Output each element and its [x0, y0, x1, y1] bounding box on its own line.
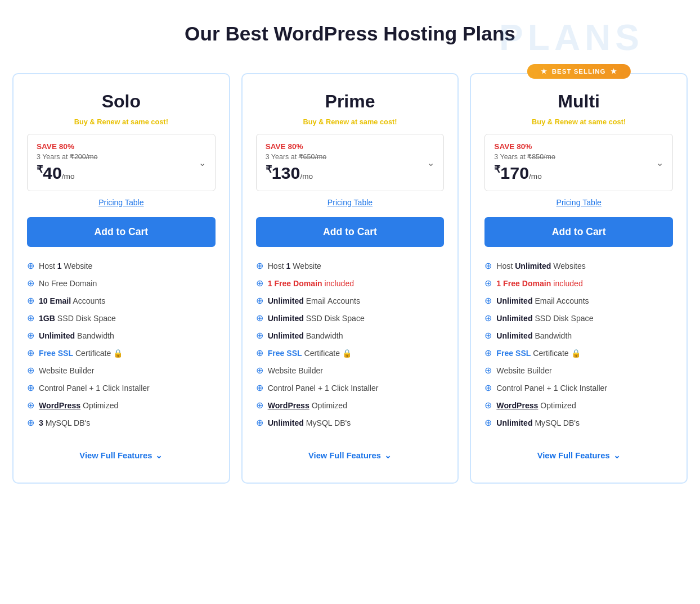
feature-item: ⊕ No Free Domain [27, 278, 216, 289]
feature-check-icon: ⊕ [27, 260, 34, 271]
feature-check-icon: ⊕ [484, 260, 492, 271]
pricing-table-link[interactable]: Pricing Table [484, 198, 673, 207]
plans-grid: Solo Buy & Renew at same cost! SAVE 80% … [12, 73, 688, 484]
view-full-features-button[interactable]: View Full Features ⌄ [484, 445, 673, 466]
feature-check-icon: ⊕ [256, 348, 263, 358]
feature-item: ⊕ 1GB SSD Disk Space [27, 313, 216, 323]
price-box: SAVE 80% 3 Years at ₹650/mo ₹130/mo ⌄ [256, 134, 445, 191]
feature-check-icon: ⊕ [484, 278, 492, 289]
view-full-features-button[interactable]: View Full Features ⌄ [27, 445, 216, 466]
feature-domain-link[interactable]: 1 Free Domain [496, 279, 551, 288]
feature-check-icon: ⊕ [27, 348, 34, 358]
plan-name: Solo [27, 91, 216, 112]
feature-item: ⊕ Unlimited SSD Disk Space [256, 313, 445, 323]
feature-check-icon: ⊕ [256, 365, 263, 376]
feature-item: ⊕ Unlimited Email Accounts [256, 295, 445, 306]
view-full-features-button[interactable]: View Full Features ⌄ [256, 445, 445, 466]
add-to-cart-button[interactable]: Add to Cart [27, 217, 216, 247]
original-price: 3 Years at ₹850/mo [494, 152, 656, 161]
original-price: 3 Years at ₹650/mo [266, 152, 428, 161]
feature-check-icon: ⊕ [484, 417, 492, 428]
add-to-cart-button[interactable]: Add to Cart [256, 217, 445, 247]
feature-check-icon: ⊕ [256, 400, 263, 411]
feature-check-icon: ⊕ [484, 365, 492, 376]
feature-check-icon: ⊕ [256, 313, 263, 323]
current-price: ₹170/mo [494, 163, 656, 183]
feature-check-icon: ⊕ [27, 278, 34, 289]
original-price: 3 Years at ₹200/mo [37, 152, 199, 161]
feature-item: ⊕ Website Builder [484, 365, 673, 376]
chevron-down-icon: ⌄ [155, 450, 163, 460]
feature-check-icon: ⊕ [256, 278, 263, 289]
dropdown-arrow-icon[interactable]: ⌄ [199, 157, 206, 168]
feature-check-icon: ⊕ [256, 330, 263, 341]
features-list: ⊕ Host 1 Website ⊕ 1 Free Domain include… [256, 260, 445, 428]
feature-wp-label: WordPress [268, 401, 309, 410]
feature-check-icon: ⊕ [27, 313, 34, 323]
feature-item: ⊕ WordPress Optimized [256, 400, 445, 411]
price-box: SAVE 80% 3 Years at ₹850/mo ₹170/mo ⌄ [484, 134, 673, 191]
feature-check-icon: ⊕ [27, 330, 34, 341]
feature-check-icon: ⊕ [27, 295, 34, 306]
current-price: ₹40/mo [37, 163, 199, 183]
feature-check-icon: ⊕ [27, 365, 34, 376]
best-selling-badge: ★ BEST SELLING ★ [527, 64, 631, 79]
plan-card-solo: Solo Buy & Renew at same cost! SAVE 80% … [12, 73, 230, 484]
feature-check-icon: ⊕ [484, 330, 492, 341]
feature-item: ⊕ 1 Free Domain included [484, 278, 673, 289]
feature-item: ⊕ Website Builder [256, 365, 445, 376]
add-to-cart-button[interactable]: Add to Cart [484, 217, 673, 247]
renew-note: Buy & Renew at same cost! [256, 118, 445, 126]
feature-check-icon: ⊕ [256, 295, 263, 306]
pricing-table-link[interactable]: Pricing Table [27, 198, 216, 207]
dropdown-arrow-icon[interactable]: ⌄ [427, 157, 434, 168]
feature-check-icon: ⊕ [256, 417, 263, 428]
feature-item: ⊕ Unlimited SSD Disk Space [484, 313, 673, 323]
feature-item: ⊕ Free SSL Certificate 🔒 [484, 348, 673, 358]
feature-item: ⊕ Host 1 Website [256, 260, 445, 271]
view-features-label: View Full Features [79, 451, 152, 460]
feature-item: ⊕ WordPress Optimized [27, 400, 216, 411]
plan-name: Prime [256, 91, 445, 112]
feature-check-icon: ⊕ [27, 382, 34, 393]
renew-note: Buy & Renew at same cost! [484, 118, 673, 126]
feature-check-icon: ⊕ [484, 348, 492, 358]
feature-check-icon: ⊕ [27, 417, 34, 428]
plan-card-multi: ★ BEST SELLING ★ Multi Buy & Renew at sa… [470, 73, 688, 484]
save-label: SAVE 80% [37, 142, 199, 151]
feature-item: ⊕ 1 Free Domain included [256, 278, 445, 289]
plan-name: Multi [484, 91, 673, 112]
feature-check-icon: ⊕ [256, 382, 263, 393]
view-features-label: View Full Features [308, 451, 381, 460]
feature-check-icon: ⊕ [484, 313, 492, 323]
feature-ssl-label: Free SSL [496, 349, 531, 358]
feature-item: ⊕ Control Panel + 1 Click Installer [256, 382, 445, 393]
chevron-down-icon: ⌄ [613, 450, 621, 460]
feature-check-icon: ⊕ [27, 400, 34, 411]
feature-item: ⊕ Free SSL Certificate 🔒 [27, 348, 216, 358]
feature-item: ⊕ Unlimited MySQL DB's [256, 417, 445, 428]
save-label: SAVE 80% [494, 142, 656, 151]
feature-check-icon: ⊕ [256, 260, 263, 271]
features-list: ⊕ Host 1 Website ⊕ No Free Domain ⊕ 10 E… [27, 260, 216, 428]
feature-item: ⊕ Control Panel + 1 Click Installer [484, 382, 673, 393]
feature-ssl-label: Free SSL [268, 349, 302, 358]
page-title: Our Best WordPress Hosting Plans [11, 22, 689, 45]
dropdown-arrow-icon[interactable]: ⌄ [656, 157, 663, 168]
feature-item: ⊕ Website Builder [27, 365, 216, 376]
feature-ssl-label: Free SSL [39, 349, 73, 358]
feature-item: ⊕ Unlimited Bandwidth [484, 330, 673, 341]
renew-note: Buy & Renew at same cost! [27, 118, 216, 126]
price-box: SAVE 80% 3 Years at ₹200/mo ₹40/mo ⌄ [27, 134, 216, 191]
plan-card-prime: Prime Buy & Renew at same cost! SAVE 80%… [241, 73, 459, 484]
feature-item: ⊕ Free SSL Certificate 🔒 [256, 348, 445, 358]
pricing-table-link[interactable]: Pricing Table [256, 198, 445, 207]
feature-check-icon: ⊕ [484, 382, 492, 393]
feature-item: ⊕ WordPress Optimized [484, 400, 673, 411]
feature-item: ⊕ Control Panel + 1 Click Installer [27, 382, 216, 393]
view-features-label: View Full Features [537, 451, 610, 460]
feature-item: ⊕ Unlimited Bandwidth [256, 330, 445, 341]
feature-item: ⊕ 3 MySQL DB's [27, 417, 216, 428]
feature-domain-link[interactable]: 1 Free Domain [268, 279, 322, 288]
current-price: ₹130/mo [266, 163, 428, 183]
